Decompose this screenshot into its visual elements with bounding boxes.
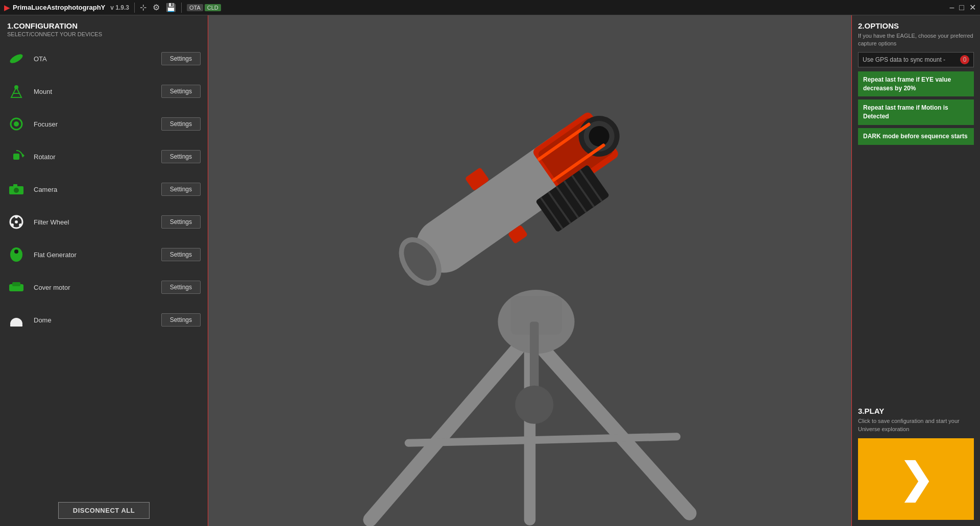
device-name-ota: OTA: [34, 55, 153, 63]
device-name-mount: Mount: [34, 88, 153, 95]
gps-indicator: 0: [960, 55, 969, 64]
brand-name: PrimaLuceAstrophotographY: [13, 4, 105, 11]
settings-btn-dome[interactable]: Settings: [161, 313, 201, 327]
maximize-button[interactable]: □: [959, 3, 964, 12]
close-button[interactable]: ✕: [969, 3, 976, 12]
device-row-covermotor: Cover motor Settings: [0, 271, 208, 304]
svg-point-12: [15, 215, 18, 218]
disconnect-all-button[interactable]: DISCONNECT ALL: [58, 502, 150, 519]
title-bar: ▶ PrimaLuceAstrophotographY v 1.9.3 ⊹ ⚙ …: [0, 0, 980, 15]
svg-point-16: [14, 249, 18, 254]
play-logo-icon: ▶: [4, 4, 10, 12]
device-row-rotator: Rotator Settings: [0, 140, 208, 173]
settings-btn-ota[interactable]: Settings: [161, 52, 201, 65]
mount-icon: [7, 83, 26, 99]
settings-btn-flatgenerator[interactable]: Settings: [161, 248, 201, 261]
panel-title: 1.CONFIGURATION: [7, 21, 201, 30]
option3-button[interactable]: DARK mode before sequence starts: [858, 128, 974, 145]
left-panel: 1.CONFIGURATION SELECT/CONNECT YOUR DEVI…: [0, 15, 208, 526]
play-section: 3.PLAY Click to save configuration and s…: [858, 407, 974, 520]
rotator-icon: [7, 148, 26, 165]
play-desc: Click to save configuration and start yo…: [858, 417, 974, 433]
device-row-flatgenerator: Flat Generator Settings: [0, 238, 208, 271]
options-desc: If you have the EAGLE, choose your prefe…: [858, 32, 974, 48]
save-icon[interactable]: 💾: [166, 3, 176, 12]
device-row-camera: Camera Settings: [0, 173, 208, 206]
settings-btn-filterwheel[interactable]: Settings: [161, 215, 201, 229]
device-name-covermotor: Cover motor: [34, 284, 153, 291]
options-title: 2.OPTIONS: [858, 21, 974, 30]
panel-header: 1.CONFIGURATION SELECT/CONNECT YOUR DEVI…: [0, 15, 208, 39]
svg-point-14: [11, 223, 14, 227]
covermotor-icon: [7, 280, 26, 294]
gps-input-row[interactable]: Use GPS data to sync mount - 0: [858, 52, 974, 67]
telescope-illustration: [208, 15, 851, 526]
svg-rect-18: [12, 282, 20, 286]
cursor-icon[interactable]: ⊹: [140, 3, 146, 12]
play-chevron-icon: ❯: [899, 459, 933, 499]
svg-point-8: [14, 188, 19, 193]
svg-line-20: [370, 335, 530, 520]
gps-label: Use GPS data to sync mount -: [863, 56, 945, 63]
svg-marker-6: [22, 154, 24, 158]
device-row-filterwheel: Filter Wheel Settings: [0, 206, 208, 238]
telescope-image-area: [208, 15, 851, 526]
filterwheel-icon: [7, 214, 26, 230]
play-title: 3.PLAY: [858, 407, 974, 415]
app-name: ▶ PrimaLuceAstrophotographY v 1.9.3: [4, 4, 129, 12]
toolbar-icons: ⊹ ⚙ 💾: [140, 3, 176, 12]
device-name-dome: Dome: [34, 316, 153, 324]
svg-rect-5: [13, 154, 19, 160]
main-layout: 1.CONFIGURATION SELECT/CONNECT YOUR DEVI…: [0, 15, 980, 526]
svg-point-27: [515, 386, 553, 424]
svg-point-13: [19, 223, 22, 227]
dome-icon: [7, 312, 26, 328]
svg-point-2: [14, 85, 18, 89]
sliders-icon[interactable]: ⚙: [153, 3, 160, 12]
device-name-filterwheel: Filter Wheel: [34, 218, 153, 226]
separator2: [181, 3, 182, 13]
focuser-icon: [7, 116, 26, 132]
options-section: 2.OPTIONS If you have the EAGLE, choose …: [858, 21, 974, 148]
flatgenerator-icon: [7, 246, 26, 263]
option1-button[interactable]: Repeat last frame if EYE value decreases…: [858, 71, 974, 97]
svg-point-4: [14, 121, 19, 127]
minimize-button[interactable]: –: [949, 3, 954, 12]
svg-line-21: [530, 335, 690, 513]
right-panel: 2.OPTIONS If you have the EAGLE, choose …: [851, 15, 980, 526]
device-row-ota: OTA Settings: [0, 42, 208, 75]
settings-btn-camera[interactable]: Settings: [161, 183, 201, 196]
panel-subtitle: SELECT/CONNECT YOUR DEVICES: [7, 31, 201, 37]
cld-tag[interactable]: CLD: [205, 4, 221, 11]
separator: [134, 3, 135, 13]
device-name-focuser: Focuser: [34, 120, 153, 128]
option2-button[interactable]: Repeat last frame if Motion is Detected: [858, 99, 974, 125]
play-button[interactable]: ❯: [858, 438, 974, 520]
settings-btn-focuser[interactable]: Settings: [161, 117, 201, 131]
window-controls: – □ ✕: [949, 3, 976, 12]
svg-point-11: [15, 220, 18, 223]
ota-icon: [7, 51, 26, 67]
device-row-focuser: Focuser Settings: [0, 108, 208, 140]
camera-icon: [7, 183, 26, 195]
device-name-flatgenerator: Flat Generator: [34, 251, 153, 259]
device-row-dome: Dome Settings: [0, 304, 208, 336]
version-label: v 1.9.3: [110, 4, 129, 11]
devices-list: OTA Settings Mount Settings: [0, 39, 208, 497]
device-name-rotator: Rotator: [34, 153, 153, 161]
settings-btn-rotator[interactable]: Settings: [161, 150, 201, 163]
svg-rect-9: [13, 184, 17, 187]
device-row-mount: Mount Settings: [0, 75, 208, 108]
ota-tag[interactable]: OTA: [187, 4, 203, 11]
settings-btn-mount[interactable]: Settings: [161, 85, 201, 98]
settings-btn-covermotor[interactable]: Settings: [161, 281, 201, 294]
device-name-camera: Camera: [34, 186, 153, 193]
svg-rect-19: [10, 324, 22, 327]
